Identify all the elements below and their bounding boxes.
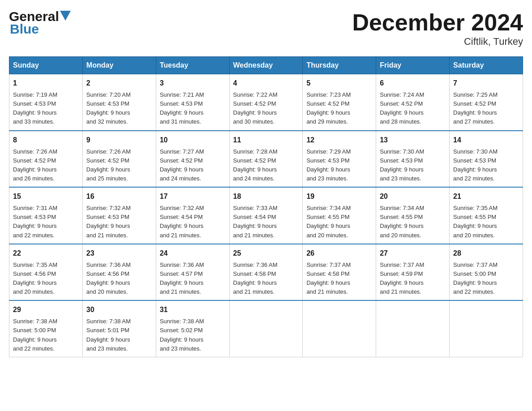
calendar-cell: 31Sunrise: 7:38 AMSunset: 5:02 PMDayligh… bbox=[156, 300, 229, 357]
calendar-cell: 10Sunrise: 7:27 AMSunset: 4:52 PMDayligh… bbox=[156, 131, 229, 188]
day-info: Sunrise: 7:34 AMSunset: 4:55 PMDaylight:… bbox=[380, 204, 446, 240]
day-header-thursday: Thursday bbox=[303, 57, 376, 74]
day-info: Sunrise: 7:36 AMSunset: 4:58 PMDaylight:… bbox=[233, 261, 299, 297]
week-row-5: 29Sunrise: 7:38 AMSunset: 5:00 PMDayligh… bbox=[9, 300, 523, 357]
day-info: Sunrise: 7:20 AMSunset: 4:53 PMDaylight:… bbox=[86, 90, 152, 127]
day-number: 21 bbox=[453, 191, 519, 202]
logo-blue-text: Blue bbox=[10, 21, 39, 37]
day-number: 15 bbox=[13, 191, 79, 202]
calendar-cell: 20Sunrise: 7:34 AMSunset: 4:55 PMDayligh… bbox=[376, 187, 450, 244]
calendar-cell bbox=[229, 300, 303, 357]
title-block: December 2024 Ciftlik, Turkey bbox=[352, 9, 523, 47]
week-row-3: 15Sunrise: 7:31 AMSunset: 4:53 PMDayligh… bbox=[9, 187, 523, 244]
day-number: 6 bbox=[380, 78, 446, 89]
day-info: Sunrise: 7:28 AMSunset: 4:52 PMDaylight:… bbox=[233, 147, 299, 184]
calendar-cell: 5Sunrise: 7:23 AMSunset: 4:52 PMDaylight… bbox=[303, 74, 376, 131]
day-info: Sunrise: 7:37 AMSunset: 4:59 PMDaylight:… bbox=[380, 261, 446, 297]
calendar-cell: 4Sunrise: 7:22 AMSunset: 4:52 PMDaylight… bbox=[229, 74, 303, 131]
day-number: 5 bbox=[306, 78, 372, 89]
day-info: Sunrise: 7:26 AMSunset: 4:52 PMDaylight:… bbox=[86, 147, 152, 184]
day-info: Sunrise: 7:37 AMSunset: 4:58 PMDaylight:… bbox=[306, 261, 372, 297]
calendar-cell: 6Sunrise: 7:24 AMSunset: 4:52 PMDaylight… bbox=[376, 74, 450, 131]
day-number: 11 bbox=[233, 135, 299, 146]
logo: General Blue bbox=[9, 9, 71, 37]
day-info: Sunrise: 7:22 AMSunset: 4:52 PMDaylight:… bbox=[233, 90, 299, 127]
calendar-cell: 17Sunrise: 7:32 AMSunset: 4:54 PMDayligh… bbox=[156, 187, 229, 244]
day-number: 22 bbox=[13, 248, 79, 259]
calendar-cell: 8Sunrise: 7:26 AMSunset: 4:52 PMDaylight… bbox=[9, 131, 83, 188]
calendar-cell: 3Sunrise: 7:21 AMSunset: 4:53 PMDaylight… bbox=[156, 74, 229, 131]
calendar-cell: 24Sunrise: 7:36 AMSunset: 4:57 PMDayligh… bbox=[156, 244, 229, 301]
day-header-saturday: Saturday bbox=[450, 57, 523, 74]
calendar-cell: 7Sunrise: 7:25 AMSunset: 4:52 PMDaylight… bbox=[450, 74, 523, 131]
day-number: 7 bbox=[453, 78, 519, 89]
day-info: Sunrise: 7:37 AMSunset: 5:00 PMDaylight:… bbox=[453, 261, 519, 297]
day-info: Sunrise: 7:35 AMSunset: 4:55 PMDaylight:… bbox=[453, 204, 519, 240]
calendar-cell: 23Sunrise: 7:36 AMSunset: 4:56 PMDayligh… bbox=[82, 244, 156, 301]
day-info: Sunrise: 7:30 AMSunset: 4:53 PMDaylight:… bbox=[380, 147, 446, 184]
calendar-cell bbox=[303, 300, 376, 357]
calendar-cell: 11Sunrise: 7:28 AMSunset: 4:52 PMDayligh… bbox=[229, 131, 303, 188]
calendar-cell: 27Sunrise: 7:37 AMSunset: 4:59 PMDayligh… bbox=[376, 244, 450, 301]
day-number: 10 bbox=[160, 135, 226, 146]
day-number: 19 bbox=[306, 191, 372, 202]
day-header-tuesday: Tuesday bbox=[156, 57, 229, 74]
calendar-cell: 14Sunrise: 7:30 AMSunset: 4:53 PMDayligh… bbox=[450, 131, 523, 188]
day-info: Sunrise: 7:38 AMSunset: 5:00 PMDaylight:… bbox=[13, 317, 79, 353]
week-row-1: 1Sunrise: 7:19 AMSunset: 4:53 PMDaylight… bbox=[9, 74, 523, 131]
calendar-cell: 2Sunrise: 7:20 AMSunset: 4:53 PMDaylight… bbox=[82, 74, 156, 131]
day-info: Sunrise: 7:26 AMSunset: 4:52 PMDaylight:… bbox=[13, 147, 79, 184]
calendar-cell: 16Sunrise: 7:32 AMSunset: 4:53 PMDayligh… bbox=[82, 187, 156, 244]
day-info: Sunrise: 7:23 AMSunset: 4:52 PMDaylight:… bbox=[306, 90, 372, 127]
logo-triangle-icon bbox=[60, 11, 71, 21]
day-info: Sunrise: 7:36 AMSunset: 4:57 PMDaylight:… bbox=[160, 261, 226, 297]
day-header-wednesday: Wednesday bbox=[229, 57, 303, 74]
calendar-cell: 19Sunrise: 7:34 AMSunset: 4:55 PMDayligh… bbox=[303, 187, 376, 244]
day-number: 28 bbox=[453, 248, 519, 259]
calendar-cell: 13Sunrise: 7:30 AMSunset: 4:53 PMDayligh… bbox=[376, 131, 450, 188]
day-number: 14 bbox=[453, 135, 519, 146]
calendar-cell: 25Sunrise: 7:36 AMSunset: 4:58 PMDayligh… bbox=[229, 244, 303, 301]
day-number: 9 bbox=[86, 135, 152, 146]
calendar-cell: 9Sunrise: 7:26 AMSunset: 4:52 PMDaylight… bbox=[82, 131, 156, 188]
day-number: 16 bbox=[86, 191, 152, 202]
day-header-sunday: Sunday bbox=[9, 57, 83, 74]
day-info: Sunrise: 7:32 AMSunset: 4:54 PMDaylight:… bbox=[160, 204, 226, 240]
day-number: 29 bbox=[13, 304, 79, 315]
day-number: 8 bbox=[13, 135, 79, 146]
day-info: Sunrise: 7:31 AMSunset: 4:53 PMDaylight:… bbox=[13, 204, 79, 240]
day-info: Sunrise: 7:27 AMSunset: 4:52 PMDaylight:… bbox=[160, 147, 226, 184]
day-number: 24 bbox=[160, 248, 226, 259]
day-number: 27 bbox=[380, 248, 446, 259]
calendar-cell: 18Sunrise: 7:33 AMSunset: 4:54 PMDayligh… bbox=[229, 187, 303, 244]
calendar-cell: 30Sunrise: 7:38 AMSunset: 5:01 PMDayligh… bbox=[82, 300, 156, 357]
day-info: Sunrise: 7:25 AMSunset: 4:52 PMDaylight:… bbox=[453, 90, 519, 127]
day-info: Sunrise: 7:38 AMSunset: 5:01 PMDaylight:… bbox=[86, 317, 152, 353]
day-info: Sunrise: 7:19 AMSunset: 4:53 PMDaylight:… bbox=[13, 90, 79, 127]
day-info: Sunrise: 7:21 AMSunset: 4:53 PMDaylight:… bbox=[160, 90, 226, 127]
calendar-cell: 22Sunrise: 7:35 AMSunset: 4:56 PMDayligh… bbox=[9, 244, 83, 301]
day-number: 18 bbox=[233, 191, 299, 202]
day-info: Sunrise: 7:24 AMSunset: 4:52 PMDaylight:… bbox=[380, 90, 446, 127]
calendar-cell: 15Sunrise: 7:31 AMSunset: 4:53 PMDayligh… bbox=[9, 187, 83, 244]
day-number: 13 bbox=[380, 135, 446, 146]
week-row-4: 22Sunrise: 7:35 AMSunset: 4:56 PMDayligh… bbox=[9, 244, 523, 301]
day-info: Sunrise: 7:33 AMSunset: 4:54 PMDaylight:… bbox=[233, 204, 299, 240]
location: Ciftlik, Turkey bbox=[352, 36, 523, 47]
day-info: Sunrise: 7:29 AMSunset: 4:53 PMDaylight:… bbox=[306, 147, 372, 184]
day-number: 26 bbox=[306, 248, 372, 259]
svg-marker-0 bbox=[60, 11, 71, 21]
calendar-cell: 12Sunrise: 7:29 AMSunset: 4:53 PMDayligh… bbox=[303, 131, 376, 188]
day-info: Sunrise: 7:35 AMSunset: 4:56 PMDaylight:… bbox=[13, 261, 79, 297]
day-number: 4 bbox=[233, 78, 299, 89]
day-number: 17 bbox=[160, 191, 226, 202]
day-info: Sunrise: 7:38 AMSunset: 5:02 PMDaylight:… bbox=[160, 317, 226, 353]
page-header: General Blue December 2024 Ciftlik, Turk… bbox=[9, 9, 523, 47]
day-number: 30 bbox=[86, 304, 152, 315]
month-title: December 2024 bbox=[352, 9, 523, 36]
day-header-friday: Friday bbox=[376, 57, 450, 74]
calendar-cell: 1Sunrise: 7:19 AMSunset: 4:53 PMDaylight… bbox=[9, 74, 83, 131]
day-info: Sunrise: 7:34 AMSunset: 4:55 PMDaylight:… bbox=[306, 204, 372, 240]
day-info: Sunrise: 7:32 AMSunset: 4:53 PMDaylight:… bbox=[86, 204, 152, 240]
header-row: SundayMondayTuesdayWednesdayThursdayFrid… bbox=[9, 57, 523, 74]
